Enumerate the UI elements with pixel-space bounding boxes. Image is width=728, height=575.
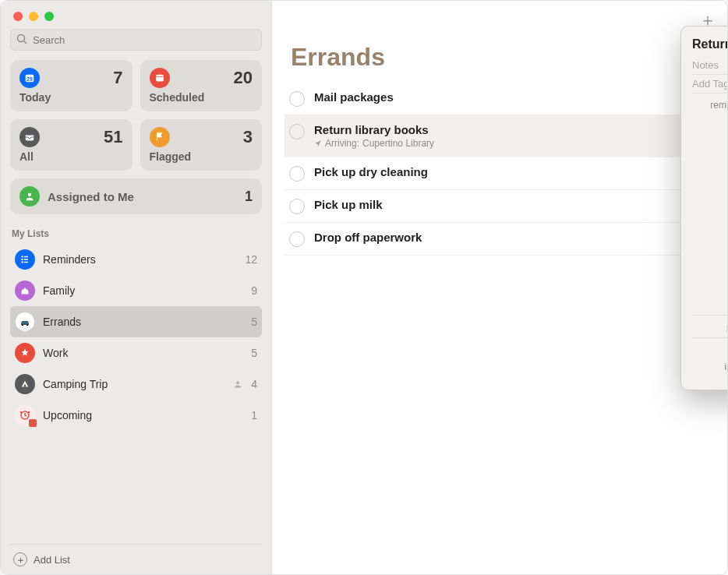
list-row-family[interactable]: Family 9 [10,275,262,306]
app-window: 29 7 Today 20 Scheduled [0,0,728,575]
clock-icon [15,405,35,425]
remind-me-label: remind me [692,98,728,111]
reminder-title: Return library books [314,123,434,136]
svg-point-14 [27,324,28,326]
tent-icon [15,374,35,394]
svg-rect-12 [24,262,28,263]
calendar-icon [150,68,170,88]
svg-point-7 [21,256,23,257]
inbox-icon [19,127,40,147]
tags-field[interactable]: Add Tags [692,75,728,93]
search-icon [16,33,28,45]
card-count: 1 [245,189,253,205]
reminder-title: Pick up dry cleaning [314,165,428,178]
sub-value: Cupertino Library [362,138,434,149]
priority-label: priority [692,320,728,333]
complete-checkbox[interactable] [289,166,305,182]
flag-icon [150,127,170,147]
card-label: Flagged [150,150,253,163]
svg-point-13 [22,324,23,326]
list-name: Camping Trip [43,378,224,390]
list-name: Reminders [43,253,237,266]
svg-point-6 [28,193,31,196]
fullscreen-window-button[interactable] [44,12,54,21]
sub-prefix: Arriving: [325,138,359,149]
reminder-row[interactable]: Drop off paperwork [284,223,715,256]
reminder-row[interactable]: Pick up milk [284,190,715,223]
list-count: 4 [251,378,257,390]
card-label: Today [19,91,123,104]
reminder-row[interactable]: Return library books Arriving: Cupertino… [284,115,715,157]
list-count: 12 [245,253,257,266]
star-icon [15,343,35,363]
list-row-camping-trip[interactable]: Camping Trip 4 [10,369,262,400]
today-icon: 29 [19,68,40,88]
card-label: Scheduled [150,91,253,104]
plus-circle-icon: ＋ [13,552,27,566]
sidebar: 29 7 Today 20 Scheduled [1,1,272,574]
svg-point-11 [21,261,23,263]
location-arrow-icon [314,139,322,147]
complete-checkbox[interactable] [289,124,305,139]
reminder-title: Mail packages [314,90,394,104]
list-count: 9 [251,284,257,297]
smart-list-cards: 29 7 Today 20 Scheduled [10,60,262,214]
list-name: Work [43,347,243,359]
complete-checkbox[interactable] [289,91,305,107]
home-icon [15,280,35,301]
add-list-label: Add List [34,554,70,566]
notes-field[interactable]: Notes [692,56,728,74]
svg-rect-8 [24,256,28,257]
card-count: 20 [234,68,253,88]
list-row-errands[interactable]: Errands 5 [10,306,262,337]
reminder-row[interactable]: Mail packages [284,83,715,115]
search-input[interactable] [10,29,262,51]
add-list-button[interactable]: ＋ Add List [10,544,262,574]
card-label: Assigned to Me [48,190,134,203]
reminder-title: Drop off paperwork [314,231,422,244]
card-count: 7 [113,68,122,88]
card-count: 51 [104,127,122,147]
my-lists-header: My Lists [12,228,260,239]
reminders-list: Mail packages Return library books Arriv… [272,79,727,259]
card-flagged[interactable]: 3 Flagged [140,119,263,171]
search-field [10,29,262,51]
person-icon [19,186,40,206]
svg-rect-10 [24,259,28,259]
svg-point-9 [21,259,23,260]
url-label: URL [692,343,728,355]
complete-checkbox[interactable] [289,199,305,214]
svg-point-0 [18,35,25,42]
list-name: Upcoming [43,409,243,422]
reminder-subtitle: Arriving: Cupertino Library [314,138,434,149]
list-row-work[interactable]: Work 5 [10,337,262,369]
minimize-window-button[interactable] [29,12,38,21]
svg-point-18 [28,411,30,413]
list-row-reminders[interactable]: Reminders 12 [10,244,262,275]
list-count: 5 [251,347,257,359]
lists-container: Reminders 12 Family 9 Errands 5 [10,244,262,431]
list-bullet-icon [15,249,35,270]
card-assigned[interactable]: Assigned to Me 1 [10,178,262,214]
reminder-row[interactable]: Pick up dry cleaning [284,157,715,190]
list-name: Errands [43,316,243,328]
card-all[interactable]: 51 All [10,119,133,171]
svg-rect-4 [156,75,164,82]
popover-title[interactable]: Return library books [692,37,728,51]
title-row: Errands 5 [272,40,727,79]
list-row-upcoming[interactable]: Upcoming 1 [10,400,262,431]
svg-text:29: 29 [27,76,33,82]
svg-line-1 [24,41,27,44]
car-icon [15,312,35,332]
window-controls [10,9,262,29]
card-scheduled[interactable]: 20 Scheduled [140,60,263,111]
reminder-title: Pick up milk [314,198,383,211]
complete-checkbox[interactable] [289,231,305,247]
list-count: 1 [251,409,257,422]
close-window-button[interactable] [13,12,23,21]
card-today[interactable]: 29 7 Today [10,60,133,111]
images-label: images [692,360,728,372]
list-title: Errands [291,43,385,72]
main-toolbar: ＋ [272,1,727,40]
list-count: 5 [251,316,257,328]
